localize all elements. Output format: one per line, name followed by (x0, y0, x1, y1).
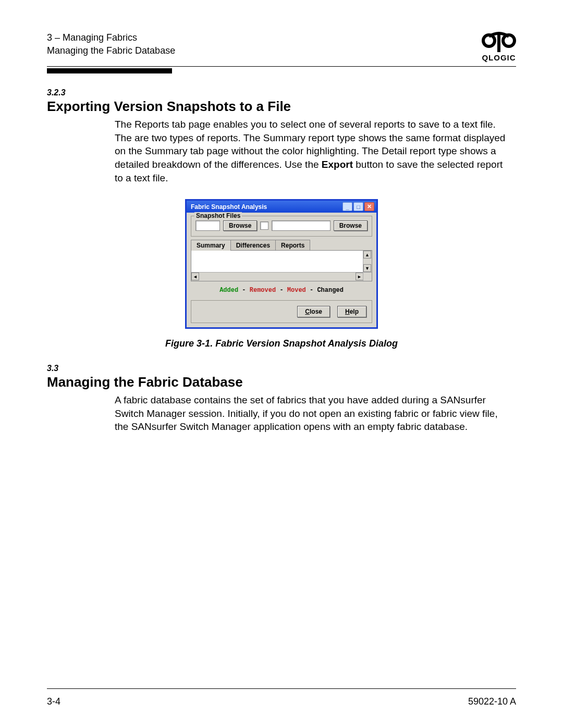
figure-caption: Figure 3-1. Fabric Version Snapshot Anal… (47, 338, 516, 349)
tab-summary[interactable]: Summary (191, 240, 231, 251)
svg-point-1 (503, 35, 515, 46)
maximize-icon[interactable]: □ (353, 202, 363, 211)
brand-logo: QLOGIC (482, 31, 516, 62)
file-input-2[interactable] (272, 220, 330, 231)
browse-button-2[interactable]: Browse (334, 220, 368, 231)
legend-sep-3: - (306, 287, 317, 294)
scroll-corner (363, 272, 372, 281)
legend-sep-2: - (276, 287, 287, 294)
help-button[interactable]: Help (337, 306, 366, 317)
fieldset-legend: Snapshot Files (194, 212, 242, 219)
section-title-1: Exporting Version Snapshots to a File (47, 98, 516, 115)
legend-moved: Moved (287, 287, 306, 294)
logo-text: QLOGIC (482, 53, 516, 62)
legend-changed: Changed (317, 287, 343, 294)
section-2-paragraph: A fabric database contains the set of fa… (115, 393, 511, 434)
section-title-2: Managing the Fabric Database (47, 374, 516, 390)
snapshot-dialog: Fabric Snapshot Analysis _ □ ✕ Snapshot … (185, 199, 378, 329)
minimize-icon[interactable]: _ (342, 202, 352, 211)
section-number-2: 3.3 (47, 364, 516, 373)
dialog-content-area: ▲ ▼ ◄ ► (191, 250, 372, 281)
svg-point-0 (483, 35, 495, 46)
close-rest: lose (310, 308, 322, 315)
vertical-scrollbar[interactable]: ▲ ▼ (363, 251, 372, 272)
horizontal-scrollbar[interactable]: ◄ ► (191, 272, 363, 281)
section-label: Managing the Fabric Database (47, 44, 175, 57)
file-checkbox[interactable] (260, 221, 268, 230)
chapter-label: 3 – Managing Fabrics (47, 31, 175, 44)
file-input-1[interactable] (195, 220, 220, 231)
dialog-tabs: Summary Differences Reports (191, 240, 372, 251)
figure-dialog: Fabric Snapshot Analysis _ □ ✕ Snapshot … (185, 199, 378, 329)
dialog-title: Fabric Snapshot Analysis (191, 203, 267, 211)
legend-row: Added - Removed - Moved - Changed (191, 281, 372, 297)
scroll-down-icon[interactable]: ▼ (363, 264, 371, 272)
help-rest: elp (350, 308, 359, 315)
footer-doc: 59022-10 A (468, 696, 516, 707)
footer-page: 3-4 (47, 696, 60, 707)
legend-removed: Removed (250, 287, 276, 294)
section-1-paragraph: The Reports tab page enables you to sele… (115, 118, 511, 184)
dialog-button-panel: Close Help (191, 300, 372, 323)
scroll-right-icon[interactable]: ► (356, 273, 363, 280)
dialog-titlebar[interactable]: Fabric Snapshot Analysis _ □ ✕ (187, 201, 376, 213)
header-text: 3 – Managing Fabrics Managing the Fabric… (47, 31, 175, 57)
tab-reports[interactable]: Reports (275, 240, 310, 251)
header-rule (47, 66, 516, 73)
browse-button-1[interactable]: Browse (223, 220, 257, 231)
close-button[interactable]: Close (297, 306, 330, 317)
snapshot-files-fieldset: Snapshot Files Browse Browse (191, 216, 372, 237)
qlogic-icon (482, 31, 516, 52)
export-word: Export (322, 159, 353, 170)
tab-differences[interactable]: Differences (230, 240, 276, 251)
scroll-up-icon[interactable]: ▲ (363, 251, 371, 258)
section-number-1: 3.2.3 (47, 88, 516, 97)
legend-added: Added (219, 287, 238, 294)
page-footer: 3-4 59022-10 A (47, 688, 516, 707)
legend-sep-1: - (238, 287, 250, 294)
scroll-left-icon[interactable]: ◄ (191, 273, 199, 280)
close-icon[interactable]: ✕ (364, 202, 374, 211)
